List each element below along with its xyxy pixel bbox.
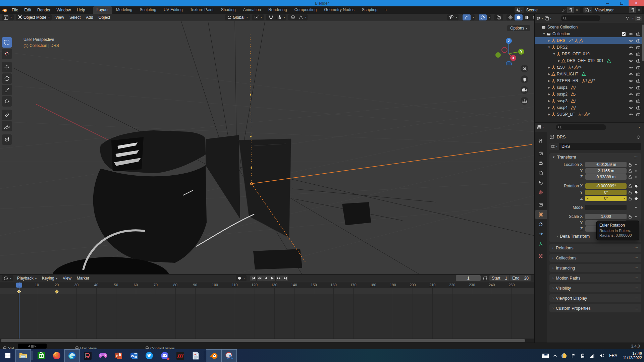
checkbox-icon[interactable] [622,32,626,36]
properties-tab-world[interactable] [535,188,547,197]
outliner-search-input[interactable] [561,15,600,21]
timeline-ruler[interactable]: 1102030405060708090100110120130140150160… [0,282,534,288]
animate-dot-icon[interactable] [633,164,639,165]
animate-dot-icon[interactable] [633,216,639,217]
workspace-tab-modeling[interactable]: Modeling [112,6,136,14]
lock-icon[interactable] [627,163,633,167]
expander-icon[interactable]: ▶ [547,79,551,82]
camera-icon[interactable] [636,85,641,90]
taskbar-word-icon[interactable]: W [126,349,142,362]
properties-tab-view-layer[interactable] [535,169,547,177]
viewport-menu-view[interactable]: View [53,15,67,20]
jump-to-start-button[interactable] [250,276,256,281]
auto-keying-button[interactable]: ▾ [236,275,247,281]
minimize-button[interactable] [600,0,614,6]
animate-dot-icon[interactable] [633,176,639,178]
value-field[interactable] [585,205,627,210]
expander-icon[interactable]: ▼ [542,32,546,36]
expander-icon[interactable]: ▶ [547,93,551,96]
value-field[interactable]: 0.93888 m [585,174,627,180]
menu-file[interactable]: File [9,6,21,14]
camera-icon[interactable] [636,39,641,43]
lock-icon[interactable] [627,215,633,219]
add-cube-tool[interactable] [2,134,12,145]
taskbar-store-icon[interactable] [34,349,49,362]
flag-icon[interactable] [571,353,576,358]
value-field[interactable]: -0.01259 m [585,162,627,167]
mode-selector[interactable]: Object Mode ▾ [16,14,52,20]
properties-tab-collection[interactable] [535,200,547,209]
camera-icon[interactable] [636,45,641,50]
workspace-tab-uv-editing[interactable]: UV Editing [160,6,186,14]
shading-material-toggle[interactable] [523,14,531,20]
unlink-scene-icon[interactable]: ✕ [574,8,580,12]
expander-icon[interactable]: ▶ [547,72,551,76]
play-button[interactable] [269,276,275,281]
eye-icon[interactable] [629,65,633,70]
taskbar-file-explorer-icon[interactable] [15,349,31,362]
taskbar-clock[interactable]: 17:46 11/12/2022 [623,351,642,360]
pan-hand-icon[interactable] [521,75,528,83]
zoom-icon[interactable] [521,65,528,72]
maximize-button[interactable] [614,0,629,6]
outliner-row-drs-off-019-001[interactable]: ▶DRS_OFF_019_001 [535,57,644,64]
workspace-tab-sculpting[interactable]: Sculpting [136,6,160,14]
outliner-row-steer-hr[interactable]: ▶STEER_HR327 [535,77,644,84]
properties-tab-physics[interactable] [535,230,547,238]
proportional-falloff-icon[interactable] [299,15,303,19]
camera-icon[interactable] [636,52,641,56]
camera-icon[interactable] [636,65,641,70]
new-scene-icon[interactable] [567,7,574,13]
workspace-tab-texture-paint[interactable]: Texture Paint [186,6,217,14]
timeline-menu-view[interactable]: View [60,276,74,281]
camera-icon[interactable] [636,72,641,76]
taskbar-start-button[interactable] [0,349,15,362]
section-motion-paths[interactable]: ›Motion Paths:::: [549,274,641,282]
lock-icon[interactable] [627,196,633,200]
shading-solid-toggle[interactable] [515,14,523,20]
timeline-menu-playback[interactable]: Playback ▾ [14,276,39,281]
next-keyframe-button[interactable] [276,276,282,281]
xray-toggle[interactable] [494,14,503,20]
object-name-field[interactable]: DRS [559,143,641,150]
tray-expand-icon[interactable] [553,355,557,357]
menu-window[interactable]: Window [53,6,74,14]
close-button[interactable]: ✕ [629,0,644,6]
expander-icon[interactable]: ▶ [547,39,551,42]
value-field[interactable]: 1.000 [585,214,627,219]
section-viewport-display[interactable]: ›Viewport Display:::: [549,294,641,302]
value-field[interactable]: -0.000009° [585,183,627,189]
expander-icon[interactable]: ▶ [547,86,551,89]
outliner-row-drs2[interactable]: ▼DRS2 [535,44,644,51]
play-reverse-button[interactable] [263,276,269,281]
overlays-toggle[interactable] [479,14,487,20]
camera-icon[interactable] [636,106,641,110]
expander-icon[interactable]: ▼ [547,46,551,49]
taskbar-firefox-icon[interactable] [49,349,64,362]
snap-toggle[interactable] [267,14,275,20]
properties-tab-texture[interactable] [535,252,547,260]
properties-options-icon[interactable]: ▾ [639,126,642,129]
section-visibility[interactable]: ›Visibility:::: [549,284,641,292]
outliner-row-rainlight[interactable]: ▶RAINLIGHT [535,71,644,77]
workspace-tab-compositing[interactable]: Compositing [290,6,320,14]
workspace-tab-animation[interactable]: Animation [239,6,265,14]
properties-tab-tool[interactable] [535,137,547,145]
camera-icon[interactable] [636,112,641,117]
taskbar-racing-app-icon[interactable] [172,349,188,362]
eye-icon[interactable] [629,59,633,63]
volume-icon[interactable] [599,353,605,358]
taskbar-powerpoint-icon[interactable]: P [111,349,126,362]
keyframe-diamond-icon[interactable] [633,185,639,187]
taskbar-blender-icon[interactable] [206,349,221,362]
timeline-editor-type-button[interactable]: ▾ [2,275,13,281]
gizmos-toggle[interactable] [463,14,471,20]
outliner-row-f150[interactable]: ▶f150424 [535,64,644,71]
eye-icon[interactable] [629,32,633,36]
taskbar-r-app-icon[interactable] [80,349,95,362]
expander-icon[interactable]: ▼ [552,52,556,56]
network-signal-icon[interactable] [590,354,595,358]
move-tool[interactable] [2,62,12,72]
section-custom-properties[interactable]: ›Custom Properties:::: [549,304,641,312]
animate-dot-icon[interactable] [633,170,639,172]
